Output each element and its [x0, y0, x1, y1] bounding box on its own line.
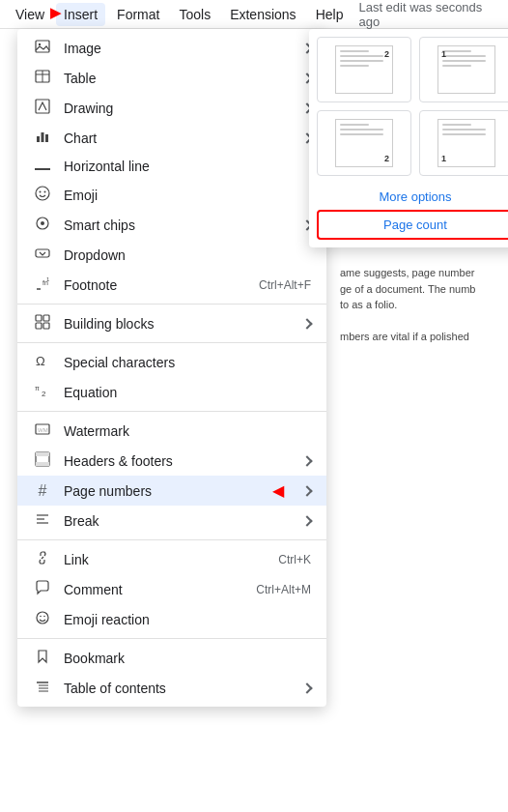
menu-format[interactable]: Format [109, 3, 167, 26]
building-blocks-arrow [301, 318, 312, 329]
link-shortcut: Ctrl+K [278, 553, 311, 566]
page-line [442, 65, 471, 67]
page-line [340, 129, 383, 130]
emoji-reaction-label: Emoji reaction [64, 612, 311, 627]
insert-dropdown-menu: Image Table Drawing Chart Horizontal lin… [17, 29, 326, 707]
svg-text:WM: WM [38, 427, 48, 433]
menu-item-break[interactable]: Break [17, 506, 326, 536]
equation-icon: π2 [33, 383, 52, 401]
menu-item-headers-footers[interactable]: Headers & footers [17, 446, 326, 476]
last-edit-label: Last edit was seconds ago [358, 0, 500, 29]
svg-point-35 [37, 612, 48, 624]
headers-footers-icon [33, 451, 52, 470]
svg-rect-21 [36, 323, 42, 329]
page-line [442, 60, 486, 62]
menu-help[interactable]: Help [308, 3, 352, 26]
svg-text:π: π [35, 385, 40, 392]
page-num-badge-top-left: 1 [441, 49, 492, 59]
horizontal-line-icon [33, 159, 52, 174]
divider-1 [17, 304, 326, 304]
dropdown-icon [33, 246, 52, 264]
svg-text:2: 2 [42, 390, 46, 398]
comment-icon [33, 580, 52, 598]
menu-item-smart-chips[interactable]: Smart chips [17, 210, 326, 240]
page-numbers-red-arrow: ◀ [272, 481, 284, 500]
toc-icon [33, 679, 52, 697]
page-num-top-left[interactable]: 1 [419, 37, 508, 102]
dropdown-label: Dropdown [64, 247, 311, 263]
menu-item-emoji[interactable]: Emoji [17, 180, 326, 210]
special-characters-icon: Ω [33, 353, 52, 371]
break-label: Break [64, 513, 292, 529]
building-blocks-icon [33, 314, 52, 333]
svg-line-34 [42, 557, 43, 559]
menu-view[interactable]: View [8, 3, 52, 26]
menu-item-table-of-contents[interactable]: Table of contents [17, 673, 326, 703]
menu-item-chart[interactable]: Chart [17, 123, 326, 153]
svg-rect-7 [42, 132, 44, 142]
svg-rect-30 [36, 462, 49, 466]
more-options-button[interactable]: More options [317, 184, 508, 210]
page-line [340, 60, 383, 62]
chart-label: Chart [64, 130, 292, 146]
building-blocks-label: Building blocks [64, 316, 292, 332]
menu-item-building-blocks[interactable]: Building blocks [17, 308, 326, 338]
watermark-label: Watermark [64, 423, 311, 439]
menu-item-drawing[interactable]: Drawing [17, 93, 326, 123]
svg-point-14 [41, 221, 44, 225]
drawing-icon [33, 99, 52, 117]
equation-label: Equation [64, 385, 311, 400]
table-icon [33, 69, 52, 87]
page-lines [438, 120, 494, 166]
page-num-badge-top-right: 2 [384, 49, 389, 59]
menu-tools[interactable]: Tools [171, 3, 218, 26]
svg-point-37 [43, 616, 45, 618]
smart-chips-label: Smart chips [64, 218, 292, 233]
menu-item-special-characters[interactable]: Ω Special characters [17, 347, 326, 377]
menu-extensions[interactable]: Extensions [222, 3, 303, 26]
comment-shortcut: Ctrl+Alt+M [256, 583, 311, 596]
menu-item-horizontal-line[interactable]: Horizontal line [17, 153, 326, 180]
page-num-bottom-right[interactable]: 2 [317, 110, 411, 176]
page-number-options-grid: 2 1 [317, 37, 508, 176]
menu-item-bookmark[interactable]: Bookmark [17, 643, 326, 673]
emoji-label: Emoji [64, 188, 311, 203]
menu-item-page-numbers[interactable]: # Page numbers ◀ [17, 476, 326, 506]
menu-item-footnote[interactable]: fn1 Footnote Ctrl+Alt+F [17, 270, 326, 300]
footnote-label: Footnote [64, 277, 247, 293]
menu-item-watermark[interactable]: WM Watermark [17, 416, 326, 446]
menu-item-dropdown[interactable]: Dropdown [17, 240, 326, 270]
svg-point-36 [40, 616, 42, 618]
image-label: Image [64, 41, 292, 56]
page-line [340, 50, 369, 52]
headers-footers-label: Headers & footers [64, 453, 292, 469]
page-line [442, 129, 486, 130]
menu-item-image[interactable]: Image [17, 33, 326, 63]
footnote-icon: fn1 [33, 276, 52, 294]
svg-rect-0 [36, 41, 49, 52]
link-label: Link [64, 552, 267, 567]
menu-item-equation[interactable]: π2 Equation [17, 377, 326, 407]
page-count-button[interactable]: Page count [317, 210, 508, 240]
svg-rect-6 [37, 136, 40, 142]
page-line [340, 124, 369, 126]
divider-4 [17, 539, 326, 540]
footnote-shortcut: Ctrl+Alt+F [259, 278, 311, 292]
page-num-top-right[interactable]: 2 [317, 37, 411, 102]
page-preview-bottom-left: 1 [437, 119, 495, 167]
menu-item-link[interactable]: Link Ctrl+K [17, 544, 326, 574]
emoji-reaction-icon [33, 610, 52, 628]
menu-item-table[interactable]: Table [17, 63, 326, 93]
link-icon [33, 550, 52, 568]
page-num-bottom-left[interactable]: 1 [419, 110, 508, 176]
page-line [340, 65, 369, 67]
toc-label: Table of contents [64, 681, 292, 696]
break-icon [33, 511, 52, 530]
svg-rect-19 [36, 315, 42, 321]
menu-item-emoji-reaction[interactable]: Emoji reaction [17, 604, 326, 634]
menu-insert[interactable]: Insert ▶ [56, 3, 105, 26]
svg-point-10 [36, 187, 49, 200]
insert-red-arrow: ▶ [50, 5, 61, 20]
menu-item-comment[interactable]: Comment Ctrl+Alt+M [17, 574, 326, 604]
svg-rect-22 [43, 323, 49, 329]
